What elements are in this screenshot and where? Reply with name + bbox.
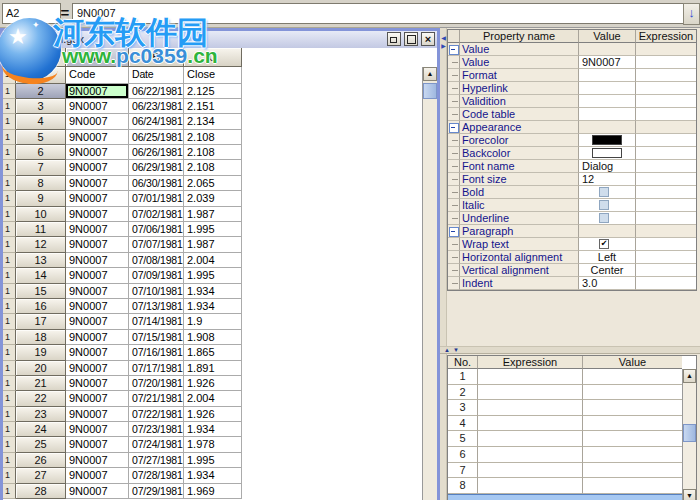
cell-C26[interactable]: 1.995	[184, 453, 242, 468]
value-cell[interactable]	[583, 416, 682, 432]
property-expression[interactable]	[636, 147, 696, 160]
cell-A22[interactable]: 9N0007	[66, 391, 129, 406]
outline-marker[interactable]: 1	[3, 422, 16, 437]
value-cell[interactable]	[583, 447, 682, 463]
property-row-font-name[interactable]: Font nameDialog	[448, 160, 696, 173]
cell-A12[interactable]: 9N0007	[66, 237, 129, 252]
cell-C12[interactable]: 1.987	[184, 237, 242, 252]
collapse-right-icon[interactable]: ▶	[440, 42, 447, 49]
cell-A20[interactable]: 9N0007	[66, 361, 129, 376]
expression-scrollbar[interactable]: ▲ ▼	[682, 369, 696, 500]
cell-C22[interactable]: 2.004	[184, 391, 242, 406]
value-cell[interactable]	[583, 400, 682, 416]
property-value[interactable]: Dialog	[579, 160, 636, 173]
outline-marker[interactable]: 1	[3, 84, 16, 99]
cell-A18[interactable]: 9N0007	[66, 330, 129, 345]
property-row-italic[interactable]: Italic	[448, 199, 696, 212]
property-row-backcolor[interactable]: Backcolor	[448, 147, 696, 160]
property-row-underline[interactable]: Underline	[448, 212, 696, 225]
property-expression[interactable]	[636, 199, 696, 212]
cell-B5[interactable]: 06/25/1981	[129, 130, 184, 145]
outline-marker[interactable]: 1	[3, 468, 16, 483]
cell-C2[interactable]: 2.125	[184, 84, 242, 99]
sheet-vertical-scrollbar[interactable]: ▲	[422, 67, 437, 500]
cell-C9[interactable]: 2.039	[184, 191, 242, 206]
formula-input[interactable]: 9N0007	[72, 3, 685, 24]
expression-row-1[interactable]: 1	[448, 369, 696, 385]
expression-cell[interactable]	[478, 369, 583, 385]
cell-B24[interactable]: 07/23/1981	[129, 422, 184, 437]
property-row-appearance[interactable]: Appearance	[448, 121, 696, 134]
row-header-16[interactable]: 16	[16, 299, 66, 314]
scrollbar-thumb[interactable]	[683, 424, 696, 442]
property-row-bold[interactable]: Bold	[448, 186, 696, 199]
cell-C16[interactable]: 1.934	[184, 299, 242, 314]
cell-A24[interactable]: 9N0007	[66, 422, 129, 437]
outline-level-button-1[interactable]: 1	[17, 49, 30, 65]
property-value[interactable]: Left	[579, 251, 636, 264]
outline-marker[interactable]: 1	[3, 484, 16, 499]
value-cell[interactable]	[583, 385, 682, 401]
expression-row-5[interactable]: 5	[448, 431, 696, 447]
cell-C15[interactable]: 1.934	[184, 284, 242, 299]
property-expression[interactable]	[636, 160, 696, 173]
row-header-15[interactable]: 15	[16, 284, 66, 299]
cell-C1[interactable]: Close	[184, 67, 242, 84]
cell-B9[interactable]: 07/01/1981	[129, 191, 184, 206]
property-row-paragraph[interactable]: Paragraph	[448, 225, 696, 238]
row-header-9[interactable]: 9	[16, 191, 66, 206]
property-value[interactable]: 3.0	[579, 277, 636, 290]
cell-C8[interactable]: 2.065	[184, 176, 242, 191]
property-row-indent[interactable]: Indent3.0	[448, 277, 696, 290]
property-expression[interactable]	[636, 186, 696, 199]
outline-marker[interactable]: 1	[3, 130, 16, 145]
property-value[interactable]: 12	[579, 173, 636, 186]
cell-C3[interactable]: 2.151	[184, 99, 242, 114]
outline-marker[interactable]: 1	[3, 114, 16, 129]
cell-B7[interactable]: 06/29/1981	[129, 160, 184, 175]
cell-C23[interactable]: 1.926	[184, 407, 242, 422]
cell-B2[interactable]: 06/22/1981	[129, 84, 184, 99]
checkbox-unchecked[interactable]	[599, 213, 609, 223]
property-row-font-size[interactable]: Font size12	[448, 173, 696, 186]
cell-A3[interactable]: 9N0007	[66, 99, 129, 114]
outline-marker[interactable]: 1	[3, 361, 16, 376]
property-expression[interactable]	[636, 69, 696, 82]
cell-A6[interactable]: 9N0007	[66, 145, 129, 160]
property-value[interactable]	[579, 69, 636, 82]
row-header-12[interactable]: 12	[16, 237, 66, 252]
outline-marker[interactable]: 1	[3, 284, 16, 299]
cell-A27[interactable]: 9N0007	[66, 468, 129, 483]
cell-C17[interactable]: 1.9	[184, 314, 242, 329]
property-expression[interactable]	[636, 264, 696, 277]
property-expression[interactable]	[636, 277, 696, 290]
scroll-up-button[interactable]: ▲	[423, 67, 437, 81]
property-value[interactable]	[579, 43, 636, 56]
column-header-B[interactable]: B	[129, 48, 184, 67]
row-header-8[interactable]: 8	[16, 176, 66, 191]
cell-A11[interactable]: 9N0007	[66, 222, 129, 237]
close-button[interactable]: ×	[421, 32, 435, 46]
expression-cell[interactable]	[478, 385, 583, 401]
row-header-27[interactable]: 27	[16, 468, 66, 483]
expression-cell[interactable]	[478, 400, 583, 416]
outline-marker[interactable]: 1	[3, 437, 16, 452]
cell-C18[interactable]: 1.908	[184, 330, 242, 345]
horizontal-splitter[interactable]: ▲ ▼	[440, 346, 700, 354]
property-row-code-table[interactable]: Code table	[448, 108, 696, 121]
collapse-toggle[interactable]	[448, 225, 460, 238]
property-value[interactable]: ✔	[579, 238, 636, 251]
cell-B21[interactable]: 07/20/1981	[129, 376, 184, 391]
expression-cell[interactable]	[478, 431, 583, 447]
property-expression[interactable]	[636, 173, 696, 186]
color-swatch[interactable]	[592, 135, 622, 145]
property-value[interactable]	[579, 212, 636, 225]
cell-A16[interactable]: 9N0007	[66, 299, 129, 314]
cell-A26[interactable]: 9N0007	[66, 453, 129, 468]
value-cell[interactable]	[583, 431, 682, 447]
cell-B28[interactable]: 07/29/1981	[129, 484, 184, 499]
collapse-toggle[interactable]	[448, 43, 460, 56]
row-header-21[interactable]: 21	[16, 376, 66, 391]
row-header-19[interactable]: 19	[16, 345, 66, 360]
property-value[interactable]: 9N0007	[579, 56, 636, 69]
